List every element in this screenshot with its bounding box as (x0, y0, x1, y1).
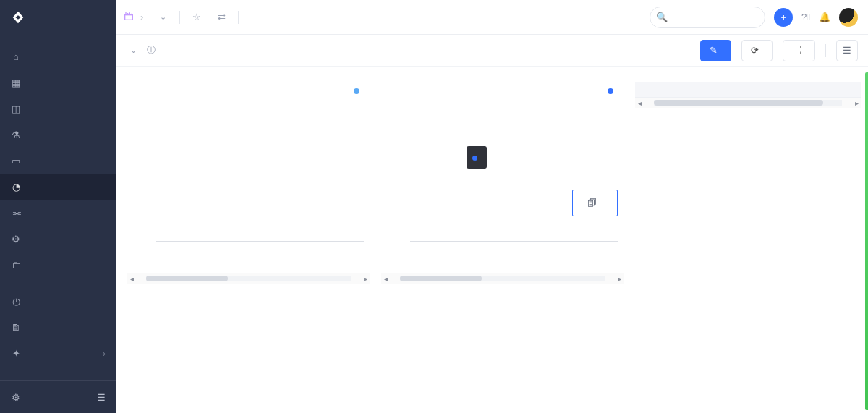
scroll-right-icon[interactable]: ▸ (615, 275, 624, 283)
book-icon: ▭ (10, 155, 22, 166)
sidebar-item-custom-app[interactable]: ✦› (0, 340, 116, 366)
table-header-row (635, 82, 861, 98)
story-points-table (635, 82, 861, 98)
edit-icon: ✎ (710, 45, 718, 56)
sidebar-item-workbench[interactable]: ⌂ (0, 43, 116, 69)
chart-legend (354, 88, 364, 94)
list-view-button[interactable]: ☰ (836, 40, 858, 61)
sidebar-item-collab[interactable]: ⫘ (0, 200, 116, 226)
legend-dot-icon (354, 88, 359, 94)
gauge-icon: ◔ (10, 181, 22, 192)
clock-icon: ◷ (10, 295, 22, 307)
sidebar-nav: ⌂ ▦ ◫ ⚗ ▭ ◔ ⫘ ⚙ 🗀 ◷ 🗎 ✦› (0, 35, 116, 380)
breadcrumb-sep-icon: › (140, 12, 143, 22)
sidebar-footer: ⚙ ☰ (0, 380, 116, 413)
sidebar-item-automation[interactable]: ⚙ (0, 226, 116, 252)
col-fe-points[interactable] (779, 82, 820, 98)
plot-area (156, 103, 364, 242)
card-biz-value: 🗐 ◂▸ (381, 78, 624, 401)
fullscreen-icon: ⛶ (792, 45, 801, 56)
grid-icon: ▦ (10, 77, 22, 88)
scrollbar-thumb[interactable] (146, 276, 228, 281)
notifications-icon[interactable]: 🔔 (819, 12, 830, 22)
chevron-down-icon: ⌄ (130, 46, 137, 55)
help-icon[interactable]: ?⃝ (801, 12, 810, 22)
dashboard-content: ◂▸ 🗐 ◂▸ (116, 67, 868, 413)
collapse-sidebar-icon[interactable]: ☰ (97, 392, 106, 403)
search-icon: 🔍 (656, 12, 668, 22)
report-icon: 🗎 (10, 321, 22, 333)
search-input[interactable] (672, 12, 780, 22)
cube-icon: ◫ (10, 103, 22, 114)
separator (238, 11, 239, 24)
col-be-points[interactable] (820, 82, 861, 98)
breadcrumb: › ⌄ (123, 9, 171, 25)
sidebar-item-product[interactable]: ▦ (0, 69, 116, 95)
x-axis (410, 241, 618, 242)
view-detail-button[interactable]: 🗐 (572, 190, 618, 216)
link-icon: ⫘ (10, 207, 22, 218)
subbar: ⌄ ⓘ ✎ ⟳ ⛶ ☰ (116, 35, 868, 67)
horizontal-scrollbar[interactable]: ◂▸ (127, 273, 370, 284)
legend-dot-icon (608, 88, 613, 94)
right-edge-indicator (865, 72, 868, 410)
card-lead-time: ◂▸ (127, 78, 370, 401)
dashboard-selector[interactable]: ⌄ (126, 46, 137, 55)
scroll-left-icon[interactable]: ◂ (635, 99, 644, 107)
sidebar-item-program[interactable]: 🗀 (0, 252, 116, 278)
home-icon: ⌂ (10, 51, 22, 62)
detail-icon: 🗐 (587, 197, 597, 208)
refresh-button[interactable]: ⟳ (741, 40, 773, 61)
manage-reports-button[interactable]: ✎ (700, 40, 731, 61)
col-iteration[interactable] (635, 82, 738, 98)
scroll-right-icon[interactable]: ▸ (361, 275, 370, 283)
settings-icon: ⚙ (10, 391, 22, 403)
brand-logo-icon (10, 9, 26, 25)
bar-chart (127, 82, 370, 271)
scroll-left-icon[interactable]: ◂ (381, 275, 390, 283)
sidebar-item-performance[interactable]: ◔ (0, 174, 116, 200)
puzzle-icon: ✦ (10, 347, 22, 359)
bolt-icon: ⚙ (10, 233, 22, 244)
col-story-points[interactable] (738, 82, 779, 98)
scrollbar-thumb[interactable] (400, 276, 482, 281)
module-icon (123, 10, 135, 24)
breadcrumb-dropdown-icon[interactable]: ⌄ (155, 9, 171, 25)
separator (179, 11, 180, 24)
sidebar-item-timesheet[interactable]: ◷ (0, 288, 116, 314)
avatar[interactable] (839, 8, 858, 27)
add-button[interactable]: ＋ (774, 8, 793, 27)
sidebar-item-project[interactable]: ◫ (0, 95, 116, 122)
main: › ⌄ ☆ ⇄ 🔍 ☰ ＋ ?⃝ 🔔 ⌄ ⓘ ✎ (116, 0, 868, 413)
flask-icon: ⚗ (10, 129, 22, 140)
scroll-right-icon[interactable]: ▸ (852, 99, 861, 107)
svg-rect-0 (125, 15, 133, 20)
sidebar-item-scheduled-report[interactable]: 🗎 (0, 314, 116, 340)
folder-icon: 🗀 (10, 259, 22, 271)
star-icon[interactable]: ☆ (189, 9, 205, 25)
stat-info: ⓘ (147, 44, 160, 56)
swap-icon[interactable]: ⇄ (213, 9, 229, 25)
sidebar: ⌂ ▦ ◫ ⚗ ▭ ◔ ⫘ ⚙ 🗀 ◷ 🗎 ✦› ⚙ ☰ (0, 0, 116, 413)
sidebar-item-test[interactable]: ⚗ (0, 122, 116, 148)
fullscreen-button[interactable]: ⛶ (783, 40, 815, 61)
table-wrap: ◂▸ (635, 82, 861, 108)
search-input-wrap[interactable]: 🔍 ☰ (650, 7, 765, 28)
x-axis (156, 241, 364, 242)
scroll-left-icon[interactable]: ◂ (127, 275, 136, 283)
refresh-icon: ⟳ (751, 45, 759, 56)
separator (825, 44, 826, 57)
horizontal-scrollbar[interactable]: ◂▸ (381, 273, 624, 284)
chart-legend (608, 88, 618, 94)
sidebar-item-knowledge[interactable]: ▭ (0, 148, 116, 174)
tabs (252, 0, 271, 35)
horizontal-scrollbar[interactable]: ◂▸ (635, 98, 861, 108)
plot-area (410, 103, 618, 242)
line-chart: 🗐 (381, 82, 624, 271)
info-icon: ⓘ (147, 44, 156, 56)
topbar: › ⌄ ☆ ⇄ 🔍 ☰ ＋ ?⃝ 🔔 (116, 0, 868, 35)
card-story-points: ◂▸ (635, 78, 861, 401)
scrollbar-thumb[interactable] (654, 100, 823, 106)
brand-row (0, 0, 116, 35)
chevron-right-icon: › (103, 348, 106, 359)
